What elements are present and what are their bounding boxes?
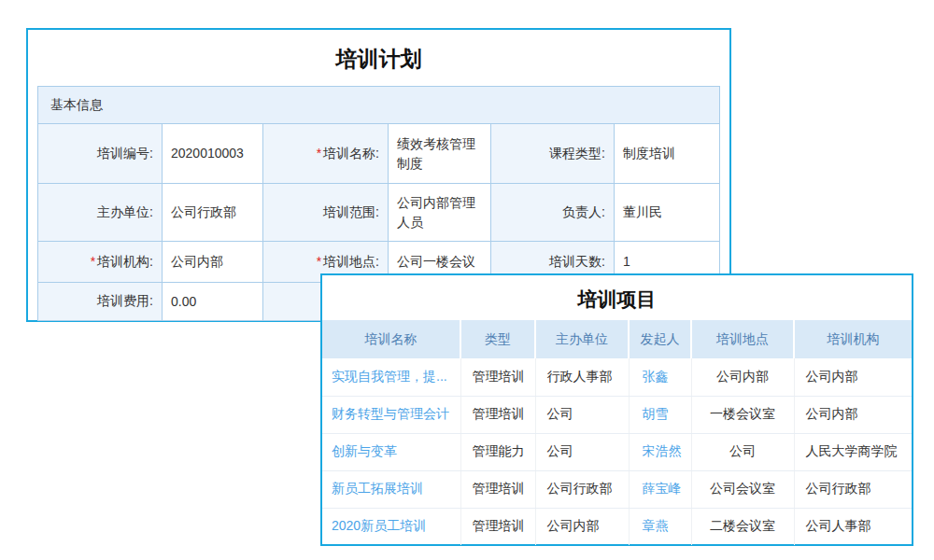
screen: 培训计划 基本信息 培训编号: 2020010003 *培训名称: 绩效考核管理…: [0, 0, 934, 560]
form-row-1: 培训编号: 2020010003 *培训名称: 绩效考核管理制度 课程类型: 制…: [38, 124, 720, 184]
field-value: 公司内部管理人员: [389, 184, 491, 242]
project-name-link[interactable]: 2020新员工培训: [332, 518, 426, 533]
table-row: 财务转型与管理会计 管理培训 公司 胡雪 一楼会议室 公司内部: [322, 396, 912, 433]
field-label-text: 培训名称:: [323, 146, 379, 161]
field-label: 培训费用:: [38, 283, 163, 321]
project-name-link[interactable]: 实现自我管理，提...: [332, 369, 447, 384]
project-name-cell: 新员工拓展培训: [322, 470, 460, 508]
project-place-cell: 公司内部: [691, 358, 794, 396]
column-header-inst: 培训机构: [794, 320, 912, 358]
section-header: 基本信息: [38, 87, 720, 124]
project-name-cell: 财务转型与管理会计: [322, 396, 460, 433]
field-label: 负责人:: [491, 184, 615, 242]
project-inst-cell: 公司内部: [794, 358, 912, 396]
project-name-link[interactable]: 新员工拓展培训: [332, 481, 423, 496]
training-projects-title: 培训项目: [322, 275, 912, 320]
field-label-text: 课程类型:: [549, 146, 605, 161]
field-label: 培训范围:: [263, 184, 389, 242]
project-place-cell: 公司: [691, 433, 794, 470]
field-label-text: 培训编号:: [97, 146, 153, 161]
sponsor-link[interactable]: 张鑫: [643, 369, 669, 384]
project-sponsor-cell: 薛宝峰: [629, 470, 691, 508]
column-header-sponsor: 发起人: [629, 320, 691, 358]
project-place-cell: 公司会议室: [691, 470, 794, 508]
field-label-text: 培训费用:: [97, 293, 153, 308]
project-name-link[interactable]: 财务转型与管理会计: [332, 406, 449, 421]
section-header-row: 基本信息: [38, 87, 720, 124]
table-row: 新员工拓展培训 管理培训 公司行政部 薛宝峰 公司会议室 公司行政部: [322, 470, 912, 508]
project-sponsor-cell: 胡雪: [629, 396, 691, 433]
project-place-cell: 一楼会议室: [691, 396, 794, 433]
sponsor-link[interactable]: 章燕: [643, 518, 669, 533]
project-type-cell: 管理培训: [460, 508, 535, 545]
project-name-cell: 2020新员工培训: [322, 508, 460, 545]
field-label-text: 主办单位:: [97, 204, 153, 219]
project-org-cell: 公司内部: [535, 508, 629, 545]
project-inst-cell: 人民大学商学院: [794, 433, 912, 470]
project-sponsor-cell: 张鑫: [629, 358, 691, 396]
project-name-link[interactable]: 创新与变革: [332, 443, 397, 458]
field-label-text: 培训天数:: [549, 254, 605, 269]
field-label-text: 培训范围:: [323, 204, 379, 219]
sponsor-link[interactable]: 薛宝峰: [643, 481, 682, 496]
field-label-text: 培训地点:: [323, 254, 379, 269]
project-org-cell: 公司行政部: [535, 470, 629, 508]
project-type-cell: 管理能力: [460, 433, 535, 470]
required-asterisk: *: [91, 254, 95, 269]
required-asterisk: *: [317, 254, 321, 269]
table-header-row: 培训名称 类型 主办单位 发起人 培训地点 培训机构: [322, 320, 912, 358]
project-sponsor-cell: 章燕: [629, 508, 691, 545]
project-place-cell: 二楼会议室: [691, 508, 794, 545]
field-label-text: 负责人:: [562, 204, 605, 219]
project-name-cell: 创新与变革: [322, 433, 460, 470]
table-row: 实现自我管理，提... 管理培训 行政人事部 张鑫 公司内部 公司内部: [322, 358, 912, 396]
field-value: 公司内部: [163, 242, 263, 283]
field-value: 公司行政部: [163, 184, 263, 242]
field-label: 课程类型:: [491, 124, 615, 184]
field-label-text: 培训机构:: [97, 254, 153, 269]
table-row: 创新与变革 管理能力 公司 宋浩然 公司 人民大学商学院: [322, 433, 912, 470]
project-org-cell: 行政人事部: [535, 358, 629, 396]
field-label: 培训编号:: [38, 124, 163, 184]
column-header-org: 主办单位: [535, 320, 629, 358]
column-header-place: 培训地点: [691, 320, 794, 358]
field-value: 0.00: [163, 283, 263, 321]
project-org-cell: 公司: [535, 396, 629, 433]
column-header-type: 类型: [460, 320, 535, 358]
required-asterisk: *: [317, 146, 321, 161]
field-value: 2020010003: [163, 124, 263, 184]
project-sponsor-cell: 宋浩然: [629, 433, 691, 470]
project-inst-cell: 公司内部: [794, 396, 912, 433]
project-type-cell: 管理培训: [460, 470, 535, 508]
form-row-2: 主办单位: 公司行政部 培训范围: 公司内部管理人员 负责人: 董川民: [38, 184, 720, 242]
sponsor-link[interactable]: 宋浩然: [643, 443, 682, 458]
project-inst-cell: 公司人事部: [794, 508, 912, 545]
column-header-name: 培训名称: [322, 320, 460, 358]
table-row: 2020新员工培训 管理培训 公司内部 章燕 二楼会议室 公司人事部: [322, 508, 912, 545]
field-label: 主办单位:: [38, 184, 163, 242]
field-value: 制度培训: [615, 124, 720, 184]
field-label: *培训名称:: [263, 124, 389, 184]
project-name-cell: 实现自我管理，提...: [322, 358, 460, 396]
project-type-cell: 管理培训: [460, 396, 535, 433]
project-type-cell: 管理培训: [460, 358, 535, 396]
training-plan-title: 培训计划: [28, 30, 729, 86]
field-value: 董川民: [615, 184, 720, 242]
field-value: 绩效考核管理制度: [389, 124, 491, 184]
field-label: *培训机构:: [38, 242, 163, 283]
training-projects-table: 培训名称 类型 主办单位 发起人 培训地点 培训机构 实现自我管理，提... 管…: [322, 320, 912, 545]
training-projects-panel: 培训项目 培训名称 类型 主办单位 发起人 培训地点 培训机构 实现自我管理，提…: [320, 273, 913, 546]
project-org-cell: 公司: [535, 433, 629, 470]
sponsor-link[interactable]: 胡雪: [643, 406, 669, 421]
project-inst-cell: 公司行政部: [794, 470, 912, 508]
